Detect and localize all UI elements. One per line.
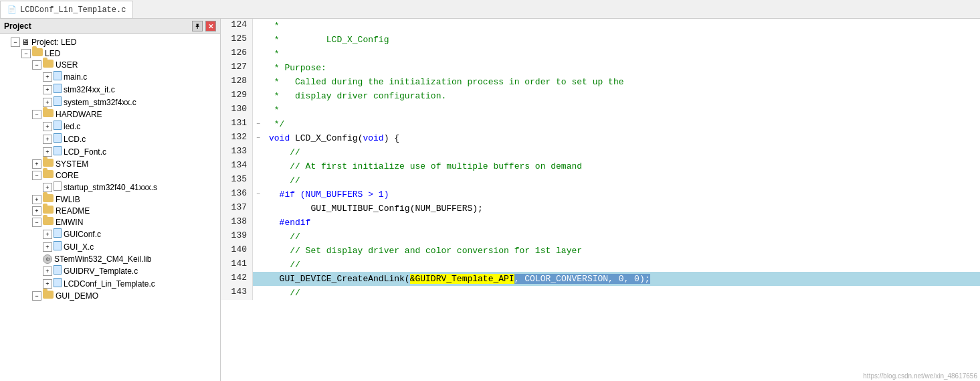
fold-toggle (253, 19, 264, 33)
tree-hardware[interactable]: − HARDWARE (0, 108, 220, 120)
hardware-toggle[interactable]: − (32, 110, 41, 119)
tree-stm32f4xx-it[interactable]: + stm32f4xx_it.c (0, 83, 220, 96)
line-number: 143 (221, 286, 253, 300)
line-number: 124 (221, 19, 253, 33)
startup-icon (54, 181, 62, 193)
tree-readme[interactable]: + README (0, 205, 220, 216)
user-toggle[interactable]: − (32, 60, 41, 70)
line-content: // (264, 145, 980, 159)
tree-gui-x[interactable]: + GUI_X.c (0, 240, 220, 253)
tree-fwlib[interactable]: + FWLIB (0, 194, 220, 205)
fold-toggle (253, 159, 264, 173)
readme-label: README (56, 206, 90, 216)
line-number: 139 (221, 230, 253, 244)
stm32-it-label: stm32f4xx_it.c (64, 85, 115, 94)
panel-header-actions: 🖈 ✕ (192, 21, 216, 31)
pin-button[interactable]: 🖈 (192, 21, 203, 31)
line-content: // (264, 230, 980, 244)
led-c-toggle[interactable]: + (43, 122, 52, 131)
tree-led-c[interactable]: + led.c (0, 120, 220, 133)
line-number: 133 (221, 145, 253, 159)
fold-toggle (253, 286, 264, 300)
guidrv-toggle[interactable]: + (43, 266, 52, 276)
line-number: 128 (221, 75, 253, 89)
emwin-toggle[interactable]: − (32, 218, 41, 227)
tree-led[interactable]: − LED (0, 48, 220, 59)
main-layout: Project 🖈 ✕ − 🖥 Project: LED − LED (0, 19, 980, 381)
root-toggle[interactable]: − (11, 37, 20, 47)
lcd-font-toggle[interactable]: + (43, 147, 52, 157)
stm32-it-icon (54, 84, 62, 95)
line-number: 126 (221, 47, 253, 61)
line-content: // (264, 286, 980, 300)
guiconf-icon (54, 228, 62, 240)
hardware-folder-icon (43, 109, 54, 119)
fwlib-toggle[interactable]: + (32, 195, 41, 204)
tree-core[interactable]: − CORE (0, 169, 220, 181)
tree-guiconf[interactable]: + GUIConf.c (0, 228, 220, 240)
active-tab[interactable]: 📄 LCDConf_Lin_Template.c (0, 1, 133, 18)
tree-lcd-font[interactable]: + LCD_Font.c (0, 145, 220, 158)
tree-lcd-c[interactable]: + LCD.c (0, 133, 220, 145)
main-c-toggle[interactable]: + (43, 72, 52, 82)
system-toggle[interactable]: + (32, 159, 41, 169)
line-content: GUI_DEVICE_CreateAndLink(&GUIDRV_Templat… (264, 272, 980, 286)
startup-toggle[interactable]: + (43, 183, 52, 192)
close-button[interactable]: ✕ (205, 21, 216, 31)
code-line-141: 141 // (221, 258, 980, 272)
code-line-127: 127 * Purpose: (221, 61, 980, 75)
tree-guidrv[interactable]: + GUIDRV_Template.c (0, 264, 220, 277)
tree-stemwin-lib[interactable]: ⚙ STemWin532_CM4_Keil.lib (0, 253, 220, 264)
tree-gui-demo[interactable]: − GUI_DEMO (0, 290, 220, 301)
tab-bar: 📄 LCDConf_Lin_Template.c (0, 0, 980, 19)
line-number: 129 (221, 89, 253, 103)
gui-x-icon (54, 241, 62, 252)
code-line-131: 131− */ (221, 117, 980, 131)
fold-toggle (253, 145, 264, 159)
gui-x-toggle[interactable]: + (43, 242, 52, 252)
tree-lcdconf[interactable]: + LCDConf_Lin_Template.c (0, 277, 220, 290)
tree-user[interactable]: − USER (0, 59, 220, 70)
main-c-icon (54, 71, 62, 82)
line-content: */ (264, 117, 980, 131)
tree-system[interactable]: + SYSTEM (0, 158, 220, 169)
led-toggle[interactable]: − (21, 49, 31, 58)
lcdconf-icon (54, 278, 62, 289)
stm32-it-toggle[interactable]: + (43, 85, 52, 94)
fold-toggle (253, 173, 264, 187)
system-stm32-toggle[interactable]: + (43, 98, 52, 107)
lcdconf-toggle[interactable]: + (43, 279, 52, 289)
fwlib-label: FWLIB (56, 195, 80, 204)
code-line-143: 143 // (221, 286, 980, 300)
core-label: CORE (56, 171, 79, 180)
code-line-126: 126 * (221, 47, 980, 61)
tree-system-stm32[interactable]: + system_stm32f4xx.c (0, 96, 220, 108)
line-number: 138 (221, 216, 253, 230)
guiconf-toggle[interactable]: + (43, 230, 52, 239)
user-folder-icon (43, 60, 54, 70)
line-content: // Set display driver and color conversi… (264, 244, 980, 258)
code-line-125: 125 * LCD_X_Config (221, 33, 980, 47)
code-editor[interactable]: 124 *125 * LCD_X_Config126 *127 * Purpos… (221, 19, 980, 381)
readme-toggle[interactable]: + (32, 206, 41, 216)
tree-emwin[interactable]: − EMWIN (0, 216, 220, 228)
line-number: 131 (221, 117, 253, 131)
fold-toggle (253, 89, 264, 103)
code-line-138: 138 #endif (221, 216, 980, 230)
code-line-142: 142 GUI_DEVICE_CreateAndLink(&GUIDRV_Tem… (221, 272, 980, 286)
emwin-label: EMWIN (56, 218, 83, 227)
fold-toggle[interactable]: − (253, 187, 264, 202)
code-line-129: 129 * display driver configuration. (221, 89, 980, 103)
root-icon: 🖥 (21, 37, 29, 47)
system-folder-icon (43, 159, 54, 169)
fold-toggle[interactable]: − (253, 117, 264, 131)
gui-demo-toggle[interactable]: − (32, 291, 41, 301)
core-toggle[interactable]: − (32, 171, 41, 180)
tree-main-c[interactable]: + main.c (0, 70, 220, 83)
line-number: 142 (221, 272, 253, 286)
lcd-c-toggle[interactable]: + (43, 135, 52, 144)
line-content: * (264, 103, 980, 117)
core-folder-icon (43, 170, 54, 180)
fold-toggle[interactable]: − (253, 131, 264, 145)
tree-startup[interactable]: + startup_stm32f40_41xxx.s (0, 181, 220, 194)
